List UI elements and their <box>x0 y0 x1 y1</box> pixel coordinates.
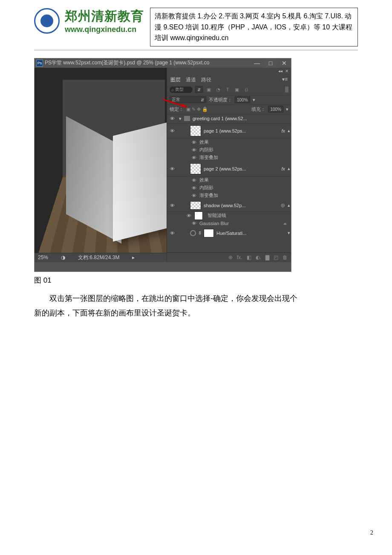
layer-item[interactable]: 👁 shadow (www.52p... ◎ ▴ <box>167 199 291 212</box>
delete-layer-icon[interactable]: 🗑 <box>282 254 288 260</box>
ps-canvas: 25% ◑ 文档:6.82M/24.3M ▸ <box>35 68 167 262</box>
dropdown-arrow-icon[interactable]: ▾ <box>253 97 255 103</box>
opacity-label: 不透明度： <box>209 97 232 103</box>
layer-group[interactable]: 👁 ▾ greeting card 1 (www.52... <box>167 114 291 124</box>
tab-layers[interactable]: 图层 <box>170 76 181 84</box>
window-minimize-button[interactable]: — <box>250 59 264 67</box>
tab-channels[interactable]: 通道 <box>186 76 196 84</box>
new-group-icon[interactable]: ▇ <box>265 254 269 260</box>
visibility-icon[interactable]: 👁 <box>168 116 176 121</box>
panel-collapse-icon[interactable]: ◂◂ <box>278 69 282 75</box>
fx-icon[interactable]: fx <box>281 166 285 171</box>
filter-type-icon[interactable]: T <box>224 87 231 92</box>
layer-thumbnail[interactable] <box>190 201 201 210</box>
ps-app-icon: Ps <box>36 60 43 66</box>
smart-object-icon: ◎ <box>281 202 285 208</box>
smart-filters-label: 👁 智能滤镜 <box>167 212 291 220</box>
brand-logo-icon <box>34 8 60 34</box>
panel-close-icon[interactable]: ✕ <box>285 69 288 75</box>
layers-panel-footer: ⊕ fx. ◧ ◐. ▇ ◰ 🗑 <box>167 252 291 262</box>
brand-block: 郑州清新教育 www.qingxinedu.cn <box>34 8 144 34</box>
zoom-level[interactable]: 25% <box>38 254 48 260</box>
layer-list: 👁 ▾ greeting card 1 (www.52... 👁 page 1 … <box>167 114 291 252</box>
panel-menu-icon[interactable]: ▾≡ <box>282 76 288 84</box>
fx-arrow-icon[interactable]: ▴ <box>288 166 290 171</box>
status-icon: ◑ <box>61 254 65 260</box>
lock-icons[interactable]: ▣ ✎ ✥ 🔒 <box>186 107 208 112</box>
layer-name[interactable]: Hue/Saturati... <box>216 231 285 236</box>
group-arrow-icon[interactable]: ▾ <box>179 116 182 121</box>
gradient-overlay-effect[interactable]: 👁渐变叠加 <box>167 154 291 162</box>
visibility-icon[interactable]: 👁 <box>168 203 176 208</box>
header-info-box: 清新教育提供 1.办公 2.平面 3.网页 4.室内 5.模具 6.淘宝 7.U… <box>150 8 358 46</box>
fx-arrow-icon[interactable]: ▴ <box>288 202 290 208</box>
filter-shape-icon[interactable]: ▣ <box>233 87 240 92</box>
tab-paths[interactable]: 路径 <box>201 76 211 84</box>
fx-arrow-icon[interactable]: ▾ <box>288 230 290 236</box>
figure-caption: 图 01 <box>34 275 358 285</box>
layer-name[interactable]: page 1 (www.52ps... <box>204 128 279 133</box>
new-layer-icon[interactable]: ◰ <box>274 254 278 260</box>
fx-arrow-icon[interactable]: ▴ <box>288 128 290 133</box>
layer-effects-label: 👁效果 <box>167 139 291 146</box>
window-close-button[interactable]: ✕ <box>277 59 291 67</box>
blend-mode-dropdown[interactable]: 正常⇵ <box>170 96 206 103</box>
brand-url: www.qingxinedu.cn <box>65 25 144 34</box>
page-number: 2 <box>370 529 373 536</box>
filter-toggle[interactable] <box>285 87 288 92</box>
visibility-icon[interactable]: 👁 <box>168 128 176 133</box>
gradient-overlay-effect[interactable]: 👁渐变叠加 <box>167 192 291 199</box>
body-paragraph: 新的副本，下面将在新的画布里设计圣诞贺卡。 <box>34 306 358 320</box>
link-layers-icon[interactable]: ⊕ <box>228 254 233 260</box>
page-header: 郑州清新教育 www.qingxinedu.cn 清新教育提供 1.办公 2.平… <box>34 8 358 50</box>
brand-name: 郑州清新教育 <box>65 8 144 25</box>
layer-effects-label: 👁效果 <box>167 176 291 184</box>
fill-label: 填充： <box>251 106 265 113</box>
adjustment-icon <box>190 230 196 236</box>
adjustment-layer-icon[interactable]: ◐. <box>256 254 261 260</box>
status-play-icon[interactable]: ▸ <box>132 254 135 260</box>
layer-name[interactable]: page 2 (www.52ps... <box>204 166 279 171</box>
window-maximize-button[interactable]: □ <box>264 59 277 67</box>
photoshop-screenshot: Ps PS学堂 www.52psxt.com(圣诞贺卡).psd @ 25% (… <box>34 58 291 272</box>
inner-shadow-effect[interactable]: 👁内阴影 <box>167 184 291 192</box>
ps-titlebar: Ps PS学堂 www.52psxt.com(圣诞贺卡).psd @ 25% (… <box>35 58 291 68</box>
filter-dropdown[interactable]: ⇵ <box>195 86 203 93</box>
visibility-icon[interactable]: 👁 <box>168 231 176 236</box>
layer-name[interactable]: shadow (www.52p... <box>204 203 278 208</box>
filter-mask-thumbnail[interactable] <box>194 211 203 220</box>
ps-statusbar: 25% ◑ 文档:6.82M/24.3M ▸ <box>35 253 167 262</box>
inner-shadow-effect[interactable]: 👁内阴影 <box>167 146 291 154</box>
gaussian-blur-filter[interactable]: 👁Gaussian Blur⫨ <box>167 220 291 227</box>
dropdown-arrow-icon[interactable]: ▾ <box>286 107 288 112</box>
layer-item[interactable]: 👁 page 2 (www.52ps... fx ▴ <box>167 162 291 176</box>
filter-smart-icon[interactable]: ⎙ <box>243 87 250 92</box>
filter-pixel-icon[interactable]: ▣ <box>205 87 212 92</box>
link-icon: 𝟠 <box>199 231 201 235</box>
filter-search[interactable]: ⌕ 类型 <box>170 87 193 93</box>
layer-item[interactable]: 👁 page 1 (www.52ps... fx ▴ <box>167 124 291 139</box>
mask-thumbnail[interactable] <box>204 229 214 237</box>
layer-thumbnail[interactable] <box>190 125 201 136</box>
layer-thumbnail[interactable] <box>190 163 201 174</box>
filter-settings-icon[interactable]: ⫨ <box>283 221 288 226</box>
folder-icon <box>184 116 190 121</box>
ps-document-title: PS学堂 www.52psxt.com(圣诞贺卡).psd @ 25% (pag… <box>45 59 209 66</box>
layer-mask-icon[interactable]: ◧ <box>247 254 251 260</box>
fill-value[interactable]: 100% <box>268 106 283 113</box>
layers-panel: ◂◂ ✕ 图层 通道 路径 ▾≡ ⌕ 类型 ⇵ ▣ ◔ T ▣ <box>167 68 291 262</box>
fx-icon[interactable]: fx <box>281 128 285 133</box>
document-size: 文档:6.82M/24.3M <box>78 254 119 261</box>
opacity-value[interactable]: 100% <box>235 96 250 103</box>
layer-name[interactable]: greeting card 1 (www.52... <box>193 116 290 121</box>
visibility-icon[interactable]: 👁 <box>168 166 176 171</box>
card-right-face <box>113 121 167 242</box>
filter-adjust-icon[interactable]: ◔ <box>215 87 222 92</box>
layer-item[interactable]: 👁 𝟠 Hue/Saturati... ▾ <box>167 227 291 239</box>
body-paragraph: 双击第一张图层的缩略图，在跳出的窗口中选择-确定，你会发现会出现个 <box>34 291 358 306</box>
layer-style-icon[interactable]: fx. <box>237 254 242 260</box>
